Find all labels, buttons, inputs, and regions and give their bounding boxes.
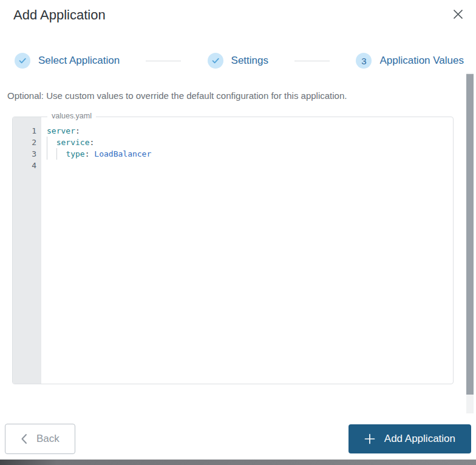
step-connector bbox=[294, 61, 330, 61]
step-complete-indicator bbox=[208, 53, 223, 69]
plus-icon bbox=[364, 433, 375, 444]
line-number: 1 bbox=[13, 125, 41, 137]
step-select-application[interactable]: Select Application bbox=[15, 53, 120, 69]
vertical-scrollbar[interactable] bbox=[466, 73, 474, 413]
close-button[interactable] bbox=[450, 6, 466, 22]
back-button-label: Back bbox=[36, 433, 59, 445]
step-application-values[interactable]: 3 Application Values bbox=[356, 53, 464, 69]
window-bottom-edge bbox=[0, 460, 476, 465]
scrollbar-thumb[interactable] bbox=[466, 74, 474, 395]
page-title: Add Application bbox=[13, 7, 106, 23]
code-line: type: LoadBalancer bbox=[47, 148, 448, 160]
line-number-gutter: 1234 bbox=[13, 117, 41, 384]
yaml-editor[interactable]: values.yaml 1234 server:service:type: Lo… bbox=[12, 117, 454, 384]
check-icon bbox=[18, 56, 27, 65]
chevron-left-icon bbox=[21, 433, 27, 444]
step-complete-indicator bbox=[15, 53, 30, 69]
check-icon bbox=[211, 56, 220, 65]
close-icon bbox=[452, 8, 464, 20]
indent-guide bbox=[47, 148, 56, 160]
back-button[interactable]: Back bbox=[5, 424, 75, 454]
code-lines[interactable]: server:service:type: LoadBalancer bbox=[41, 117, 453, 384]
step-label: Select Application bbox=[38, 55, 120, 67]
step-number: 3 bbox=[361, 56, 366, 66]
step-label: Application Values bbox=[379, 55, 464, 67]
code-line bbox=[47, 160, 448, 171]
step-settings[interactable]: Settings bbox=[208, 53, 268, 69]
add-application-button-label: Add Application bbox=[384, 433, 455, 445]
indent-guide bbox=[47, 137, 56, 148]
step-connector bbox=[146, 61, 181, 61]
code-line: server: bbox=[47, 125, 448, 137]
code-line: service: bbox=[47, 137, 448, 148]
indent-guide bbox=[56, 148, 66, 160]
line-number: 2 bbox=[13, 137, 41, 148]
step-number-indicator: 3 bbox=[356, 53, 372, 69]
add-application-button[interactable]: Add Application bbox=[348, 424, 471, 453]
line-number: 4 bbox=[13, 160, 41, 171]
description-text: Optional: Use custom values to override … bbox=[7, 90, 461, 101]
stepper: Select Application Settings 3 Applicatio… bbox=[15, 53, 464, 69]
step-label: Settings bbox=[231, 55, 268, 67]
line-number: 3 bbox=[13, 148, 41, 160]
